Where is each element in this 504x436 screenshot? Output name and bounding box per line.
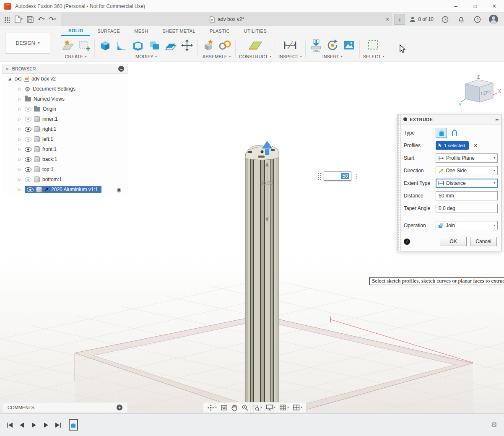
expander-icon[interactable] [17,127,22,131]
grid-settings-button[interactable] [278,402,290,413]
visibility-eye-icon[interactable] [25,117,31,122]
visibility-eye-icon[interactable] [25,107,31,112]
select-dropdown[interactable]: SELECT [363,54,384,59]
distance-input[interactable]: 50 [324,171,351,181]
tab-solid[interactable]: SOLID [61,26,90,36]
extent-type-dropdown[interactable]: Distance [436,179,498,188]
type-thin-extrude-button[interactable] [449,128,460,138]
tree-row-left[interactable]: left:1 [2,134,128,144]
expander-icon[interactable] [7,77,12,81]
cancel-button[interactable]: Cancel [470,237,497,246]
tree-row-back[interactable]: back:1 [2,154,128,164]
tree-row-origin[interactable]: Origin [2,104,128,114]
measure-button[interactable] [283,38,298,52]
help-button[interactable]: ? [473,14,482,25]
comments-bar[interactable]: COMMENTS [2,402,128,413]
selected-tree-item[interactable]: 2020 Aluminium v1:1 [25,186,101,193]
collapse-panel-icon[interactable] [6,66,9,72]
new-tab-button[interactable] [394,14,405,25]
tree-row-front[interactable]: front:1 [2,144,128,154]
assemble-dropdown[interactable]: ASSEMBLE [203,54,231,59]
operation-dropdown[interactable]: Join [436,221,498,230]
go-to-start-button[interactable] [5,420,14,430]
expander-icon[interactable] [17,157,22,161]
timeline-extrude-feature[interactable] [69,419,78,431]
dialog-header[interactable]: EXTRUDE [398,114,501,125]
visibility-eye-icon[interactable] [15,77,21,81]
workspace-switcher[interactable]: DESIGN [5,33,50,54]
maximize-button[interactable] [465,0,485,13]
zoom-button[interactable] [240,402,250,413]
create-form-button[interactable] [77,38,91,52]
tab-mesh[interactable]: MESH [127,26,155,36]
expander-icon[interactable] [17,97,22,101]
press-pull-button[interactable] [98,38,112,52]
dialog-drag-grip[interactable] [398,114,401,251]
distance-field[interactable]: 50 mm [436,191,498,200]
select-button[interactable] [366,38,381,52]
expander-icon[interactable] [17,137,22,141]
tab-close-icon[interactable] [386,16,389,23]
redo-button[interactable] [48,14,57,25]
tree-row-right[interactable]: right:1 [2,124,128,134]
construct-plane-button[interactable] [247,38,263,52]
visibility-eye-icon[interactable] [25,157,31,162]
tab-sheet-metal[interactable]: SHEET METAL [155,26,203,36]
insert-svg-button[interactable]: SVG [309,38,323,53]
insert-canvas-button[interactable] [342,38,356,52]
file-menu-button[interactable] [13,14,24,25]
viewports-button[interactable] [291,402,304,413]
shell-button[interactable] [131,38,145,52]
tab-utilities[interactable]: UTILITIES [237,26,274,36]
notifications-button[interactable] [457,14,466,25]
expander-icon[interactable] [17,87,22,91]
orbit-button[interactable] [206,402,218,413]
new-component-button[interactable] [201,38,216,52]
app-grid-menu-button[interactable] [3,14,11,25]
tree-row-top[interactable]: top:1 [2,164,128,174]
tree-row-document-settings[interactable]: Document Settings [2,84,128,94]
direction-dropdown[interactable]: One Side [436,166,498,175]
job-status-button[interactable]: 8 of 10 [409,16,434,23]
visibility-eye-icon[interactable] [25,127,31,132]
taper-angle-field[interactable]: 0.0 deg [436,204,498,213]
step-forward-button[interactable] [42,420,51,430]
viewcube-side-face[interactable] [465,84,480,102]
visibility-eye-icon[interactable] [25,137,31,142]
expander-icon[interactable] [17,177,22,182]
dialog-collapse-icon[interactable] [496,117,498,122]
fillet-button[interactable] [114,38,129,52]
play-button[interactable] [29,420,39,430]
pan-button[interactable] [230,402,239,413]
tab-plastic[interactable]: PLASTIC [203,26,237,36]
user-avatar[interactable] [489,15,498,24]
display-settings-button[interactable] [265,402,277,413]
modify-dropdown[interactable]: MODIFY [135,54,157,59]
joint-button[interactable] [218,38,232,52]
create-sketch-button[interactable] [60,38,75,52]
expander-icon[interactable] [17,187,22,192]
go-to-end-button[interactable] [54,420,63,430]
expander-icon[interactable] [17,147,22,151]
tree-row-root[interactable]: adv box v2 [2,74,128,84]
create-dropdown[interactable]: CREATE [65,54,87,59]
tree-row-aluminium-selected[interactable]: 2020 Aluminium v1:1 [2,184,128,195]
insert-derive-button[interactable] [325,38,340,52]
insert-dropdown[interactable]: INSERT [322,54,343,59]
undo-button[interactable] [36,14,46,25]
visibility-eye-icon[interactable] [25,147,31,152]
start-dropdown[interactable]: Profile Plane [436,153,498,163]
save-button[interactable] [26,14,35,25]
expander-icon[interactable] [17,167,22,171]
tree-row-inner[interactable]: inner:1 [2,114,128,124]
move-copy-button[interactable] [180,38,194,52]
minimize-button[interactable] [446,0,465,13]
fit-button[interactable] [251,402,263,413]
offset-face-button[interactable] [164,38,178,52]
ok-button[interactable]: OK [440,237,467,246]
close-button[interactable] [485,0,504,13]
profiles-selected-chip[interactable]: 1 selected [436,141,469,150]
visibility-eye-icon[interactable] [25,167,31,172]
tab-surface[interactable]: SURFACE [90,26,127,36]
inspect-dropdown[interactable]: INSPECT [278,54,302,59]
